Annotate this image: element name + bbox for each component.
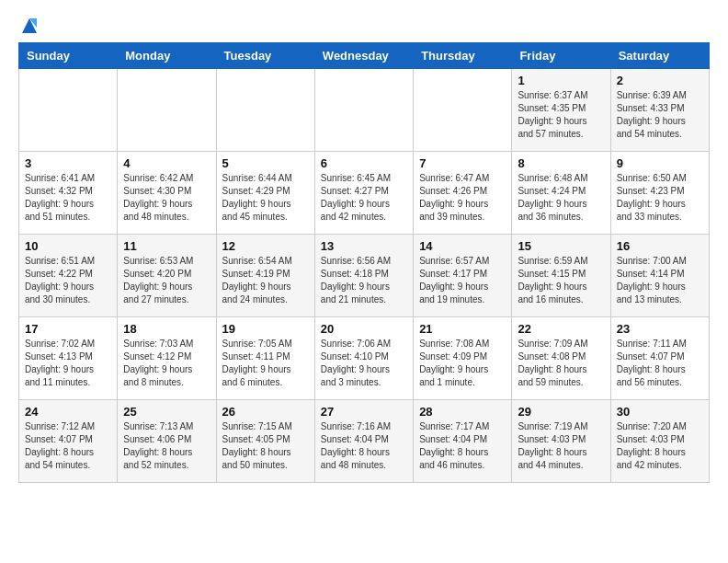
calendar-cell: 13Sunrise: 6:56 AM Sunset: 4:18 PM Dayli…	[314, 235, 413, 317]
day-info: Sunrise: 7:03 AM Sunset: 4:12 PM Dayligh…	[123, 338, 210, 389]
day-number: 29	[518, 405, 604, 419]
day-number: 27	[321, 405, 407, 419]
day-info: Sunrise: 7:20 AM Sunset: 4:03 PM Dayligh…	[617, 420, 703, 472]
calendar-cell: 3Sunrise: 6:41 AM Sunset: 4:32 PM Daylig…	[19, 152, 118, 235]
day-number: 6	[321, 156, 407, 170]
day-info: Sunrise: 6:41 AM Sunset: 4:32 PM Dayligh…	[25, 172, 111, 224]
day-number: 8	[518, 156, 604, 170]
calendar-cell: 9Sunrise: 6:50 AM Sunset: 4:23 PM Daylig…	[610, 152, 709, 235]
calendar-week-row: 3Sunrise: 6:41 AM Sunset: 4:32 PM Daylig…	[19, 152, 710, 235]
day-info: Sunrise: 7:08 AM Sunset: 4:09 PM Dayligh…	[419, 338, 506, 389]
weekday-header-wednesday: Wednesday	[314, 43, 413, 69]
day-number: 25	[123, 405, 210, 419]
day-info: Sunrise: 7:13 AM Sunset: 4:06 PM Dayligh…	[123, 420, 210, 472]
day-info: Sunrise: 7:12 AM Sunset: 4:07 PM Dayligh…	[25, 420, 111, 472]
calendar-cell: 24Sunrise: 7:12 AM Sunset: 4:07 PM Dayli…	[19, 400, 118, 483]
calendar-week-row: 24Sunrise: 7:12 AM Sunset: 4:07 PM Dayli…	[19, 400, 710, 483]
day-number: 2	[617, 74, 703, 87]
day-info: Sunrise: 7:02 AM Sunset: 4:13 PM Dayligh…	[25, 338, 111, 389]
calendar-cell	[216, 69, 314, 152]
day-info: Sunrise: 7:16 AM Sunset: 4:04 PM Dayligh…	[321, 420, 407, 472]
day-info: Sunrise: 6:53 AM Sunset: 4:20 PM Dayligh…	[123, 255, 210, 306]
day-number: 24	[25, 405, 111, 419]
day-info: Sunrise: 6:45 AM Sunset: 4:27 PM Dayligh…	[321, 172, 407, 224]
day-number: 11	[123, 239, 210, 253]
day-info: Sunrise: 6:42 AM Sunset: 4:30 PM Dayligh…	[123, 172, 210, 224]
calendar-cell: 10Sunrise: 6:51 AM Sunset: 4:22 PM Dayli…	[19, 235, 118, 317]
calendar-cell: 8Sunrise: 6:48 AM Sunset: 4:24 PM Daylig…	[512, 152, 610, 235]
day-number: 12	[222, 239, 309, 253]
day-info: Sunrise: 6:47 AM Sunset: 4:26 PM Dayligh…	[419, 172, 506, 224]
day-number: 19	[222, 322, 309, 336]
calendar-cell	[19, 69, 118, 152]
day-number: 14	[419, 239, 506, 253]
calendar-cell: 15Sunrise: 6:59 AM Sunset: 4:15 PM Dayli…	[512, 235, 610, 317]
day-info: Sunrise: 7:05 AM Sunset: 4:11 PM Dayligh…	[222, 338, 309, 389]
calendar-cell: 7Sunrise: 6:47 AM Sunset: 4:26 PM Daylig…	[414, 152, 512, 235]
calendar-cell: 16Sunrise: 7:00 AM Sunset: 4:14 PM Dayli…	[610, 235, 709, 317]
day-info: Sunrise: 6:37 AM Sunset: 4:35 PM Dayligh…	[518, 89, 604, 141]
calendar-cell: 12Sunrise: 6:54 AM Sunset: 4:19 PM Dayli…	[216, 235, 314, 317]
calendar-cell: 19Sunrise: 7:05 AM Sunset: 4:11 PM Dayli…	[216, 317, 314, 400]
calendar-cell: 26Sunrise: 7:15 AM Sunset: 4:05 PM Dayli…	[216, 400, 314, 483]
day-number: 17	[25, 322, 111, 336]
calendar-cell: 14Sunrise: 6:57 AM Sunset: 4:17 PM Dayli…	[414, 235, 512, 317]
day-info: Sunrise: 7:15 AM Sunset: 4:05 PM Dayligh…	[222, 420, 309, 472]
calendar-cell: 2Sunrise: 6:39 AM Sunset: 4:33 PM Daylig…	[610, 69, 709, 152]
calendar-cell: 23Sunrise: 7:11 AM Sunset: 4:07 PM Dayli…	[610, 317, 709, 400]
header	[18, 15, 710, 35]
day-number: 10	[25, 239, 111, 253]
day-number: 4	[123, 156, 210, 170]
calendar-cell: 21Sunrise: 7:08 AM Sunset: 4:09 PM Dayli…	[414, 317, 512, 400]
day-info: Sunrise: 6:57 AM Sunset: 4:17 PM Dayligh…	[419, 255, 506, 306]
calendar-cell: 18Sunrise: 7:03 AM Sunset: 4:12 PM Dayli…	[118, 317, 216, 400]
day-info: Sunrise: 7:06 AM Sunset: 4:10 PM Dayligh…	[321, 338, 407, 389]
page: SundayMondayTuesdayWednesdayThursdayFrid…	[0, 0, 728, 498]
calendar-header-row: SundayMondayTuesdayWednesdayThursdayFrid…	[19, 43, 710, 69]
calendar-cell: 17Sunrise: 7:02 AM Sunset: 4:13 PM Dayli…	[19, 317, 118, 400]
day-number: 5	[222, 156, 309, 170]
weekday-header-monday: Monday	[118, 43, 216, 69]
calendar-cell: 27Sunrise: 7:16 AM Sunset: 4:04 PM Dayli…	[314, 400, 413, 483]
day-info: Sunrise: 7:19 AM Sunset: 4:03 PM Dayligh…	[518, 420, 604, 472]
day-number: 23	[617, 322, 703, 336]
day-info: Sunrise: 6:44 AM Sunset: 4:29 PM Dayligh…	[222, 172, 309, 224]
calendar-table: SundayMondayTuesdayWednesdayThursdayFrid…	[18, 42, 710, 483]
day-info: Sunrise: 6:51 AM Sunset: 4:22 PM Dayligh…	[25, 255, 111, 306]
calendar-cell: 4Sunrise: 6:42 AM Sunset: 4:30 PM Daylig…	[118, 152, 216, 235]
weekday-header-thursday: Thursday	[414, 43, 512, 69]
day-info: Sunrise: 7:00 AM Sunset: 4:14 PM Dayligh…	[617, 255, 703, 306]
calendar-cell: 1Sunrise: 6:37 AM Sunset: 4:35 PM Daylig…	[512, 69, 610, 152]
calendar-cell: 5Sunrise: 6:44 AM Sunset: 4:29 PM Daylig…	[216, 152, 314, 235]
day-number: 18	[123, 322, 210, 336]
calendar-cell	[314, 69, 413, 152]
calendar-cell: 30Sunrise: 7:20 AM Sunset: 4:03 PM Dayli…	[610, 400, 709, 483]
calendar-cell: 20Sunrise: 7:06 AM Sunset: 4:10 PM Dayli…	[314, 317, 413, 400]
day-number: 7	[419, 156, 506, 170]
day-info: Sunrise: 6:39 AM Sunset: 4:33 PM Dayligh…	[617, 89, 703, 141]
weekday-header-sunday: Sunday	[19, 43, 118, 69]
calendar-cell: 11Sunrise: 6:53 AM Sunset: 4:20 PM Dayli…	[118, 235, 216, 317]
weekday-header-friday: Friday	[512, 43, 610, 69]
calendar-cell: 25Sunrise: 7:13 AM Sunset: 4:06 PM Dayli…	[118, 400, 216, 483]
day-info: Sunrise: 6:48 AM Sunset: 4:24 PM Dayligh…	[518, 172, 604, 224]
calendar-cell: 29Sunrise: 7:19 AM Sunset: 4:03 PM Dayli…	[512, 400, 610, 483]
day-info: Sunrise: 6:54 AM Sunset: 4:19 PM Dayligh…	[222, 255, 309, 306]
day-number: 22	[518, 322, 604, 336]
day-number: 30	[617, 405, 703, 419]
logo-icon	[20, 17, 39, 35]
calendar-week-row: 1Sunrise: 6:37 AM Sunset: 4:35 PM Daylig…	[19, 69, 710, 152]
calendar-cell	[118, 69, 216, 152]
day-number: 20	[321, 322, 407, 336]
day-info: Sunrise: 6:56 AM Sunset: 4:18 PM Dayligh…	[321, 255, 407, 306]
weekday-header-tuesday: Tuesday	[216, 43, 314, 69]
calendar-cell: 22Sunrise: 7:09 AM Sunset: 4:08 PM Dayli…	[512, 317, 610, 400]
day-info: Sunrise: 6:59 AM Sunset: 4:15 PM Dayligh…	[518, 255, 604, 306]
day-number: 28	[419, 405, 506, 419]
weekday-header-saturday: Saturday	[610, 43, 709, 69]
logo	[18, 18, 39, 35]
calendar-cell: 28Sunrise: 7:17 AM Sunset: 4:04 PM Dayli…	[414, 400, 512, 483]
day-number: 26	[222, 405, 309, 419]
calendar-cell: 6Sunrise: 6:45 AM Sunset: 4:27 PM Daylig…	[314, 152, 413, 235]
day-number: 15	[518, 239, 604, 253]
